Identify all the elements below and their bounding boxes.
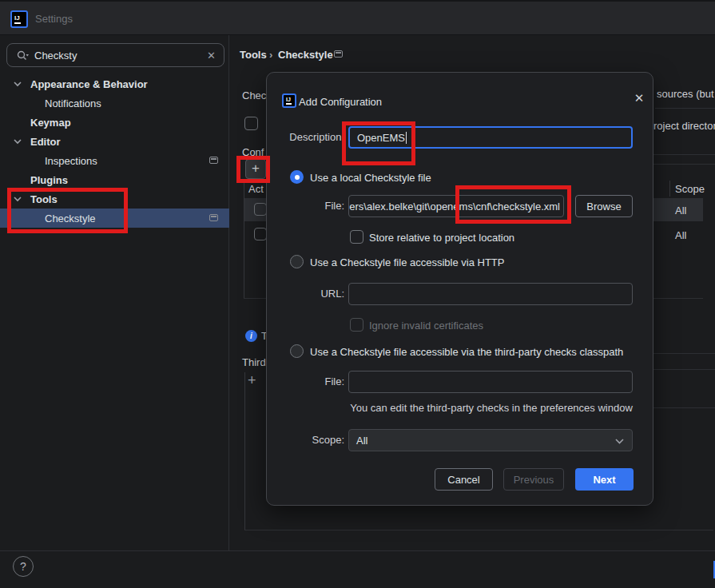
previous-button: Previous [503, 468, 564, 491]
scope-label: Scope: [283, 434, 344, 446]
classpath-option-label: Use a Checkstyle file accessible via the… [310, 346, 623, 358]
http-option-label: Use a Checkstyle file accessible via HTT… [310, 256, 504, 268]
table-border [244, 180, 244, 298]
sidebar-item-inspections[interactable]: Inspections [0, 151, 229, 170]
scope-value: All [356, 435, 367, 447]
statusbar-divider [0, 550, 715, 551]
third-party-panel-border [244, 372, 245, 530]
active-checkbox-row1[interactable] [254, 203, 267, 216]
divider [653, 407, 715, 408]
store-relative-label: Store relative to project location [369, 232, 514, 244]
annotation-box-file-path [455, 185, 571, 224]
cancel-button[interactable]: Cancel [435, 468, 493, 491]
add-configuration-dialog: IJ Add Configuration ✕ Description: Open… [266, 72, 653, 506]
add-third-party-button[interactable]: + [248, 372, 256, 389]
sidebar-item-editor[interactable]: Editor [0, 132, 229, 151]
window-title: Settings [35, 13, 73, 25]
browse-button[interactable]: Browse [575, 195, 633, 217]
chevron-down-icon [14, 81, 22, 87]
annotation-box-description [342, 121, 415, 165]
intellij-logo-icon: IJ [282, 93, 296, 108]
modified-settings-icon [209, 157, 218, 164]
sidebar-item-appearance-behavior[interactable]: Appearance & Behavior [0, 74, 229, 93]
local-option-label: Use a local Checkstyle file [310, 172, 431, 184]
sidebar-item-notifications[interactable]: Notifications [0, 93, 229, 113]
sidebar-item-keymap[interactable]: Keymap [0, 113, 229, 132]
annotation-box-add-button [236, 156, 270, 183]
divider [653, 154, 715, 155]
scan-sources-label-fragment: sources (but [657, 88, 714, 100]
classpath-file-input[interactable] [348, 371, 633, 393]
third-party-label-fragment: Third [242, 356, 266, 368]
scope-cell-row1: All [675, 205, 686, 217]
third-party-hint: You can edit the third-party checks in t… [347, 402, 636, 414]
next-button[interactable]: Next [575, 468, 634, 491]
ignore-invalid-certificates-label: Ignore invalid certificates [369, 320, 483, 332]
breadcrumb-checkstyle: Checkstyle [278, 49, 333, 61]
project-directory-label-fragment: roject director [653, 120, 715, 132]
breadcrumb-tools[interactable]: Tools [240, 49, 267, 61]
third-party-panel-bottom-border [244, 530, 713, 530]
column-separator [669, 181, 670, 197]
divider [653, 353, 715, 354]
search-value: Checksty [34, 50, 77, 62]
url-input[interactable] [348, 283, 633, 305]
divider [653, 369, 715, 370]
search-input[interactable]: Checksty ✕ [6, 43, 224, 67]
scope-cell-row2: All [675, 229, 686, 241]
scope-dropdown[interactable]: All [348, 429, 633, 451]
scope-column-header: Scope [675, 183, 705, 195]
close-icon[interactable]: ✕ [629, 88, 649, 109]
ignore-invalid-certificates-checkbox [350, 318, 363, 332]
active-checkbox-row2[interactable] [254, 228, 267, 240]
chevron-down-icon [615, 438, 624, 444]
store-relative-checkbox[interactable] [350, 230, 363, 244]
divider [655, 108, 715, 109]
dialog-title: Add Configuration [299, 96, 382, 108]
treat-errors-checkbox-fragment[interactable] [244, 117, 258, 130]
settings-window: IJ Settings Checksty ✕ Appearance & Beha… [0, 0, 715, 588]
modified-settings-icon [209, 214, 218, 221]
breadcrumb-separator: › [269, 49, 272, 61]
intellij-logo-icon: IJ [10, 10, 28, 28]
modified-settings-icon [334, 50, 343, 58]
active-column-header-fragment: Act [248, 183, 264, 195]
settings-sidebar: Checksty ✕ Appearance & Behavior Notific… [0, 35, 229, 550]
checkstyle-version-label-fragment: Chec [242, 89, 266, 101]
chevron-down-icon [14, 138, 22, 145]
search-icon [17, 50, 30, 62]
annotation-box-sidebar-checkstyle [7, 188, 128, 233]
help-button[interactable]: ? [13, 556, 34, 577]
classpath-file-label: File: [283, 375, 344, 387]
url-label: URL: [283, 288, 344, 300]
sidebar-item-plugins[interactable]: Plugins [0, 170, 229, 189]
radio-local-checkstyle-file[interactable] [290, 170, 304, 184]
divider [653, 164, 715, 165]
radio-classpath-checkstyle-file[interactable] [290, 344, 304, 358]
radio-http-checkstyle-file[interactable] [290, 255, 304, 268]
title-bar: IJ Settings [0, 0, 715, 35]
info-icon: i [245, 330, 257, 342]
description-label: Description: [283, 131, 344, 143]
clear-search-icon[interactable]: ✕ [207, 50, 216, 62]
file-label: File: [283, 200, 344, 212]
